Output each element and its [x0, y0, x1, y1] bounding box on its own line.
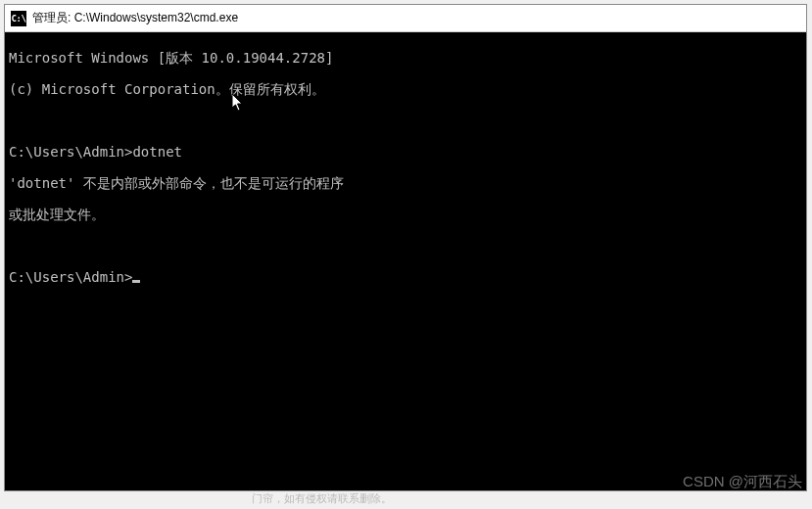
output-line: (c) Microsoft Corporation。保留所有权利。: [9, 81, 802, 97]
titlebar[interactable]: C:\ 管理员: C:\Windows\system32\cmd.exe: [5, 5, 806, 32]
output-line: 'dotnet' 不是内部或外部命令，也不是可运行的程序: [9, 175, 802, 191]
output-line: [9, 113, 802, 128]
output-line: [9, 238, 802, 254]
output-line: Microsoft Windows [版本 10.0.19044.2728]: [9, 50, 802, 66]
command-line: C:\Users\Admin>dotnet: [9, 144, 802, 160]
footer-fragment: 门帘，如有侵权请联系删除。: [252, 491, 392, 506]
cursor: [132, 280, 140, 283]
prompt-line: C:\Users\Admin>: [9, 269, 802, 285]
output-line: 或批处理文件。: [9, 207, 802, 222]
window-title: 管理员: C:\Windows\system32\cmd.exe: [32, 10, 238, 26]
terminal-output[interactable]: Microsoft Windows [版本 10.0.19044.2728] (…: [5, 32, 806, 490]
cmd-icon: C:\: [11, 11, 26, 26]
cmd-window: C:\ 管理员: C:\Windows\system32\cmd.exe Mic…: [4, 4, 807, 491]
prompt-text: C:\Users\Admin>: [9, 269, 132, 285]
watermark-text: CSDN @河西石头: [683, 473, 802, 491]
